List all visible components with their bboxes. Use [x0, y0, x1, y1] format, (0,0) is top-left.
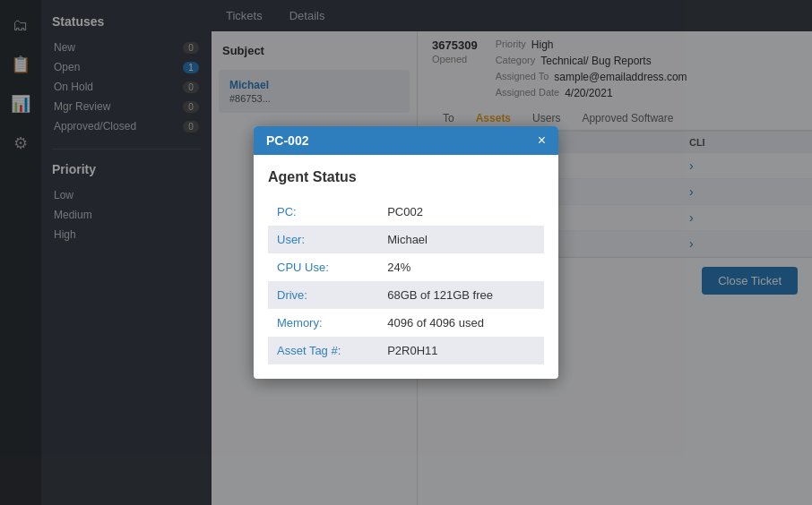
pc-value: PC002: [378, 198, 544, 226]
asset-tag-value: P2R0H11: [378, 337, 544, 364]
agent-row-asset-tag: Asset Tag #: P2R0H11: [268, 337, 544, 364]
agent-row-pc: PC: PC002: [268, 198, 544, 226]
agent-row-user: User: Michael: [268, 226, 544, 253]
asset-tag-label: Asset Tag #:: [268, 337, 378, 364]
cpu-value: 24%: [378, 253, 544, 281]
memory-label: Memory:: [268, 309, 378, 337]
agent-row-memory: Memory: 4096 of 4096 used: [268, 309, 544, 337]
user-value: Michael: [378, 226, 544, 253]
modal-close-button[interactable]: ×: [538, 133, 546, 148]
agent-row-drive: Drive: 68GB of 121GB free: [268, 281, 544, 309]
modal-header: PC-002 ×: [254, 126, 558, 155]
modal-subtitle: Agent Status: [268, 169, 544, 185]
modal-overlay: PC-002 × Agent Status PC: PC002 User: Mi…: [0, 0, 812, 505]
user-label: User:: [268, 226, 378, 253]
agent-row-cpu: CPU Use: 24%: [268, 253, 544, 281]
memory-value: 4096 of 4096 used: [378, 309, 544, 337]
pc-label: PC:: [268, 198, 378, 226]
agent-status-modal: PC-002 × Agent Status PC: PC002 User: Mi…: [254, 126, 558, 379]
drive-value: 68GB of 121GB free: [378, 281, 544, 309]
cpu-label: CPU Use:: [268, 253, 378, 281]
modal-title: PC-002: [266, 133, 308, 148]
modal-body: Agent Status PC: PC002 User: Michael CPU…: [254, 155, 558, 379]
drive-label: Drive:: [268, 281, 378, 309]
agent-status-table: PC: PC002 User: Michael CPU Use: 24% Dri…: [268, 198, 544, 364]
